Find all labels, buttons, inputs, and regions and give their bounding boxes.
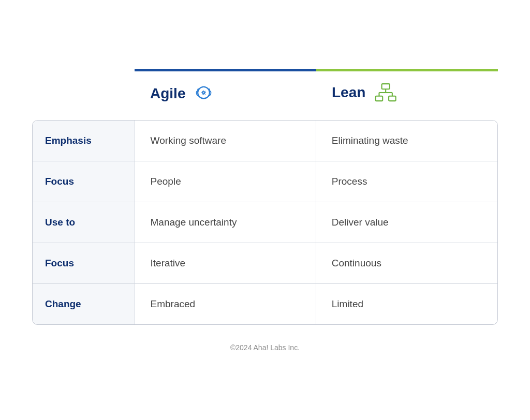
row-lean-value-0: Eliminating waste xyxy=(316,121,497,161)
agile-header: Agile xyxy=(135,69,316,116)
comparison-container: Agile Lean xyxy=(32,69,498,325)
row-agile-value-1: People xyxy=(135,161,316,202)
row-label-0: Emphasis xyxy=(33,121,135,161)
row-lean-value-1: Process xyxy=(316,161,497,202)
row-agile-value-2: Manage uncertainty xyxy=(135,202,316,243)
headers-row: Agile Lean xyxy=(32,69,498,116)
row-label-4: Change xyxy=(33,284,135,324)
row-lean-value-2: Deliver value xyxy=(316,202,497,243)
row-label-2: Use to xyxy=(33,202,135,243)
table-row: Focus Iterative Continuous xyxy=(33,243,497,284)
row-label-1: Focus xyxy=(33,161,135,202)
row-agile-value-3: Iterative xyxy=(135,243,316,283)
agile-icon xyxy=(195,83,216,104)
table-row: Change Embraced Limited xyxy=(33,284,497,324)
svg-rect-2 xyxy=(382,84,390,89)
row-lean-value-3: Continuous xyxy=(316,243,497,283)
row-agile-value-0: Working software xyxy=(135,121,316,161)
header-empty xyxy=(32,69,135,116)
table-row: Emphasis Working software Eliminating wa… xyxy=(33,121,497,161)
table-row: Use to Manage uncertainty Deliver value xyxy=(33,202,497,243)
row-label-3: Focus xyxy=(33,243,135,283)
svg-point-1 xyxy=(203,92,205,94)
table-row: Focus People Process xyxy=(33,161,497,202)
row-agile-value-4: Embraced xyxy=(135,284,316,324)
body-table: Emphasis Working software Eliminating wa… xyxy=(32,120,498,325)
lean-header: Lean xyxy=(316,69,498,116)
svg-rect-8 xyxy=(389,96,396,100)
lean-title: Lean xyxy=(332,84,365,101)
footer: ©2024 Aha! Labs Inc. xyxy=(230,343,300,352)
lean-icon xyxy=(375,83,398,102)
svg-rect-7 xyxy=(376,96,383,100)
agile-title: Agile xyxy=(150,85,185,102)
row-lean-value-4: Limited xyxy=(316,284,497,324)
